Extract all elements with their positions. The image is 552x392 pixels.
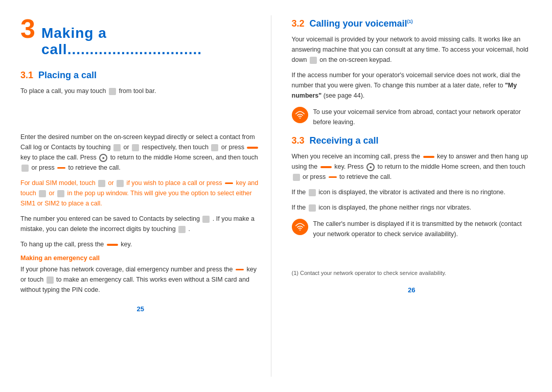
svg-point-1 — [299, 229, 300, 230]
section-3-3-para1: When you receive an incoming call, press… — [292, 151, 532, 182]
wifi-icon-2 — [295, 222, 305, 232]
section-3-1-para3: For dual SIM model, touch or if you wish… — [20, 178, 261, 209]
hangup-key-icon — [107, 244, 118, 246]
section-3-1-number: 3.1 — [20, 70, 33, 81]
svg-point-0 — [299, 118, 300, 119]
info-icon-2 — [292, 219, 308, 235]
delete-icon — [178, 226, 186, 233]
emergency-label: Making an emergency call — [20, 255, 261, 262]
save-icon — [202, 216, 210, 223]
right-page-number: 26 — [292, 286, 532, 294]
section-3-1-title: Placing a call — [38, 70, 97, 81]
icon-placeholder-2 — [132, 144, 139, 151]
answer-key — [423, 156, 434, 158]
section-3-2-title: Calling your voicemail(1) — [310, 18, 413, 29]
voicemail-icon — [310, 57, 317, 64]
info-icon-1 — [292, 107, 308, 123]
retrieve-icon — [293, 174, 300, 181]
circle-btn-1: ● — [99, 154, 107, 162]
section-3-2-para1: Your voicemail is provided by your netwo… — [292, 34, 532, 65]
sim4-icon — [57, 190, 64, 197]
section-3-3-para3: If the icon is displayed, the phone neit… — [292, 202, 532, 213]
page-container: 3 Making a call.........................… — [0, 0, 552, 392]
call-key-orange — [225, 182, 233, 184]
section-3-2-header: 3.2 Calling your voicemail(1) — [292, 18, 532, 29]
sim3-icon — [39, 190, 46, 197]
emergency-icon — [47, 276, 54, 284]
section-3-3-header: 3.3 Receiving a call — [292, 135, 532, 146]
section-3-1-para2: Enter the desired number on the on-scree… — [20, 132, 261, 173]
right-footer: (1) Contact your network operator to che… — [292, 270, 532, 294]
retrieve-key — [329, 176, 337, 178]
emergency-para: If your phone has network coverage, dial… — [20, 264, 261, 295]
icon-placeholder-1 — [113, 144, 121, 151]
wifi-icon — [295, 110, 305, 120]
section-3-3-para2: If the icon is displayed, the vibrator i… — [292, 187, 532, 197]
sim2-icon — [117, 180, 124, 187]
footnote-area: (1) Contact your network operator to che… — [292, 270, 532, 276]
chapter-number: 3 — [20, 15, 35, 42]
info-box-1: To use your voicemail service from abroa… — [292, 107, 532, 127]
section-3-1-header: 3.1 Placing a call — [20, 70, 261, 81]
call-key-icon-2 — [57, 167, 65, 169]
chapter-title: Making a call...........................… — [41, 25, 261, 58]
phone-icon-placeholder — [109, 88, 116, 95]
hangup-key2 — [320, 166, 332, 168]
right-column: 3.2 Calling your voicemail(1) Your voice… — [287, 15, 532, 377]
my-numbers-link: "My numbers" — [292, 82, 517, 99]
info-box-2: The caller's number is displayed if it i… — [292, 219, 532, 239]
call-key-icon — [247, 147, 258, 149]
left-column: 3 Making a call.........................… — [20, 15, 271, 377]
spacer-image-area — [20, 101, 261, 132]
section-3-2-para2: If the access number for your operator's… — [292, 70, 532, 101]
section-3-2-superscript: (1) — [407, 19, 413, 24]
chapter-header: 3 Making a call.........................… — [20, 15, 261, 58]
circle-btn-2: ● — [366, 163, 375, 171]
footnote-text: (1) Contact your network operator to che… — [292, 270, 532, 276]
info-box-1-text: To use your voicemail service from abroa… — [313, 107, 532, 127]
sim1-icon — [98, 180, 105, 187]
left-page-number: 25 — [20, 305, 261, 313]
section-3-2-number: 3.2 — [292, 18, 305, 29]
section-3-1-para5: To hang up the call, press the key. — [20, 239, 261, 249]
section-3-3-number: 3.3 — [292, 135, 305, 146]
vibrate-icon — [309, 189, 316, 196]
section-3-1-para1: To place a call, you may touch from tool… — [20, 86, 261, 96]
emergency-key — [236, 269, 244, 270]
section-3-3-title: Receiving a call — [310, 135, 379, 146]
icon-placeholder-3 — [211, 144, 218, 151]
icon-placeholder-4 — [21, 165, 29, 172]
section-3-1-para4: The number you entered can be saved to C… — [20, 214, 261, 234]
info-box-2-text: The caller's number is displayed if it i… — [313, 219, 532, 239]
silent-icon — [309, 204, 316, 212]
